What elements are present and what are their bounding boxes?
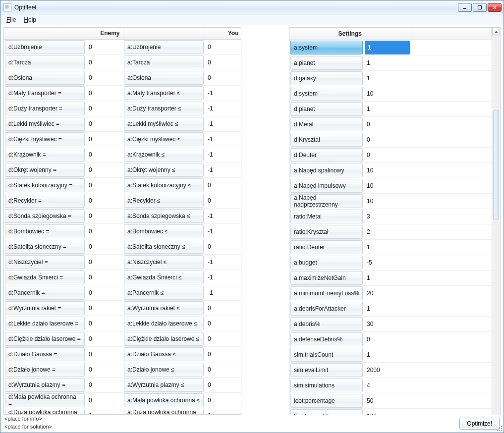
col-blank1[interactable] — [4, 28, 86, 40]
settings-table[interactable]: Settings a:system1a:planet1d:galaxy1d:sy… — [289, 27, 501, 415]
enemy-label[interactable]: d:Pancernik = — [5, 286, 85, 300]
enemy-label[interactable]: d:Uzbrojenie — [5, 40, 85, 54]
maximize-button[interactable] — [473, 3, 487, 12]
table-row[interactable]: d:planet1 — [289, 102, 492, 117]
table-row[interactable]: loot:percentage50 — [289, 393, 492, 409]
table-row[interactable]: sim:trialsCount1 — [289, 347, 492, 363]
setting-key[interactable]: a:system — [290, 41, 363, 54]
table-row[interactable]: d:Uzbrojenie0a:Uzbrojenie0 — [4, 40, 241, 55]
setting-value[interactable]: 0 — [364, 332, 411, 346]
setting-key[interactable]: d:Deuter — [290, 148, 363, 162]
enemy-label[interactable]: d:Bombowiec = — [5, 224, 85, 238]
you-label[interactable]: a:Działo jonowe ≤ — [124, 363, 204, 377]
enemy-label[interactable]: d:Lekkie działo laserowe = — [5, 317, 85, 330]
setting-value[interactable]: -5 — [364, 256, 411, 270]
table-row[interactable]: d:Duża powłoka ochronna =0a:Duża powłoka… — [4, 408, 241, 415]
enemy-value[interactable]: 0 — [86, 117, 123, 131]
you-label[interactable]: a:Ciężkie działo laserowe ≤ — [124, 332, 204, 346]
table-row[interactable]: a:minimumEnemyLoss%20 — [289, 286, 492, 301]
you-label[interactable]: a:Pancernik ≤ — [124, 286, 204, 300]
setting-value[interactable]: 2000 — [364, 363, 411, 377]
enemy-value[interactable]: 0 — [86, 132, 123, 146]
table-row[interactable]: ratio:Metal3 — [289, 209, 492, 224]
you-value[interactable]: 0 — [205, 363, 241, 377]
table-row[interactable]: d:Wyrzutnia rakiet =0a:Wyrzutnia rakiet … — [4, 301, 241, 316]
setting-value[interactable]: 1 — [364, 302, 411, 316]
enemy-label[interactable]: d:Wyrzutnia plazmy = — [5, 378, 85, 392]
you-value[interactable]: 0 — [205, 240, 241, 254]
you-label[interactable]: a:Uzbrojenie — [124, 40, 204, 54]
you-value[interactable]: 0 — [205, 194, 241, 208]
you-label[interactable]: a:Satelita słoneczny ≤ — [124, 240, 204, 254]
enemy-label[interactable]: d:Sonda szpiegowska = — [5, 209, 85, 223]
table-row[interactable]: flight:speed%100 — [289, 409, 492, 415]
setting-key[interactable]: a:budget — [290, 256, 363, 270]
setting-key[interactable]: d:galaxy — [290, 71, 363, 85]
enemy-label[interactable]: d:Recykler = — [5, 194, 85, 208]
enemy-value[interactable]: 0 — [86, 178, 123, 192]
table-row[interactable]: d:Okręt wojenny =0a:Okręt wojenny ≤-1 — [4, 162, 241, 178]
enemy-value[interactable]: 0 — [86, 240, 123, 254]
table-row[interactable]: d:Ciężkie działo laserowe =0a:Ciężkie dz… — [4, 331, 241, 347]
optimize-button[interactable]: Optimize! — [459, 418, 500, 430]
you-value[interactable]: -1 — [205, 148, 241, 162]
enemy-value[interactable]: 0 — [86, 71, 123, 85]
setting-value[interactable]: 0 — [364, 148, 411, 162]
you-label[interactable]: a:Ciężki myśliwiec ≤ — [124, 132, 204, 146]
setting-key[interactable]: a:Napęd spalinowy — [290, 163, 363, 177]
setting-value[interactable]: 10 — [364, 163, 411, 177]
enemy-label[interactable]: d:Gwiazda Śmierci = — [5, 271, 85, 284]
resize-grip-icon[interactable] — [496, 425, 503, 432]
you-value[interactable]: -1 — [205, 255, 241, 269]
enemy-label[interactable]: d:Statek kolonizacyjny = — [5, 178, 85, 192]
enemy-value[interactable]: 0 — [86, 271, 123, 284]
table-row[interactable]: d:Lekkie działo laserowe =0a:Lekkie dzia… — [4, 316, 241, 331]
you-value[interactable]: 0 — [205, 347, 241, 361]
you-value[interactable]: -1 — [205, 224, 241, 238]
table-row[interactable]: ratio:Deuter1 — [289, 240, 492, 255]
table-row[interactable]: a:debris%30 — [289, 317, 492, 332]
table-row[interactable]: d:Sonda szpiegowska =0a:Sonda szpiegowsk… — [4, 209, 241, 224]
table-row[interactable]: d:Statek kolonizacyjny =0a:Statek koloni… — [4, 178, 241, 193]
table-row[interactable]: d:Metal0 — [289, 117, 492, 132]
setting-value[interactable]: 1 — [364, 271, 411, 285]
table-row[interactable]: a:debrisForAttacker1 — [289, 301, 492, 317]
setting-key[interactable]: a:debrisForAttacker — [290, 302, 363, 316]
enemy-value[interactable]: 0 — [86, 209, 123, 223]
enemy-label[interactable]: d:Niszczyciel = — [5, 255, 85, 269]
you-label[interactable]: a:Krążownik ≤ — [124, 148, 204, 162]
table-row[interactable]: d:Recykler =0a:Recykler ≤0 — [4, 193, 241, 209]
minimize-button[interactable] — [458, 3, 472, 12]
enemy-value[interactable]: 0 — [86, 409, 123, 415]
col-settings-blank[interactable] — [411, 28, 492, 40]
table-row[interactable]: d:Duży transporter =0a:Duży transporter … — [4, 101, 241, 116]
enemy-label[interactable]: d:Mały transporter = — [5, 86, 85, 100]
you-label[interactable]: a:Gwiazda Śmierci ≤ — [124, 271, 204, 284]
setting-value[interactable]: 1 — [364, 71, 411, 85]
enemy-value[interactable]: 0 — [86, 301, 123, 315]
setting-value[interactable]: 1 — [364, 240, 411, 254]
setting-value[interactable]: 1 — [364, 102, 411, 116]
table-row[interactable]: d:Deuter0 — [289, 148, 492, 163]
enemy-value[interactable]: 0 — [86, 55, 123, 69]
setting-value[interactable]: 4 — [364, 379, 411, 392]
table-row[interactable]: d:Mały transporter =0a:Mały transporter … — [4, 86, 241, 101]
you-value[interactable]: 0 — [205, 55, 241, 69]
table-row[interactable]: a:Napęd nadprzestrzenny10 — [289, 194, 492, 209]
you-value[interactable]: -1 — [205, 102, 241, 115]
enemy-label[interactable]: d:Krążownik = — [5, 148, 85, 162]
table-row[interactable]: d:Gwiazda Śmierci =0a:Gwiazda Śmierci ≤-… — [4, 270, 241, 285]
col-you[interactable]: You — [205, 28, 241, 40]
setting-key[interactable]: d:planet — [290, 102, 363, 116]
setting-key[interactable]: a:debris% — [290, 317, 363, 331]
you-value[interactable]: 0 — [205, 317, 241, 330]
you-value[interactable]: -1 — [205, 132, 241, 146]
enemy-value[interactable]: 0 — [86, 332, 123, 346]
table-row[interactable]: d:galaxy1 — [289, 71, 492, 86]
you-label[interactable]: a:Duża powłoka ochronna ≤ — [124, 409, 204, 415]
setting-value[interactable]: 30 — [364, 317, 411, 331]
table-row[interactable]: d:Wyrzutnia plazmy =0a:Wyrzutnia plazmy … — [4, 378, 241, 393]
enemy-value[interactable]: 0 — [86, 163, 123, 177]
table-row[interactable]: d:Osłona0a:Osłona0 — [4, 70, 241, 86]
setting-key[interactable]: loot:percentage — [290, 394, 363, 408]
